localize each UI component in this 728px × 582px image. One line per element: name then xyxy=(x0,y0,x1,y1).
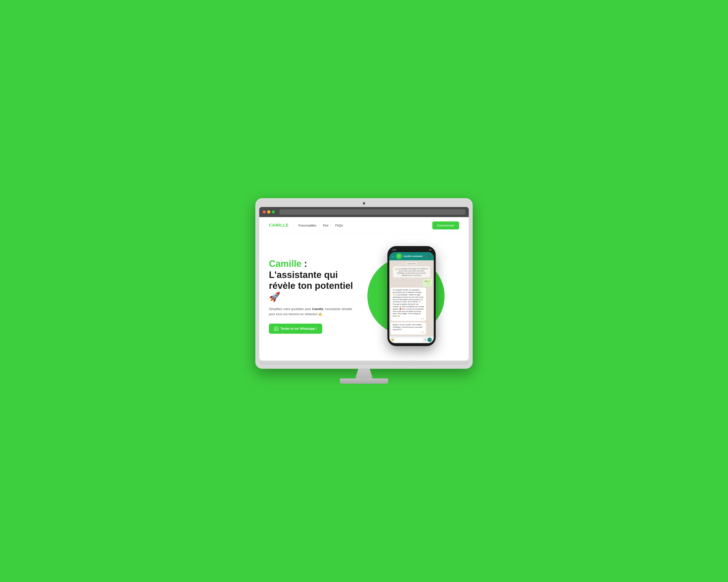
address-bar[interactable] xyxy=(279,209,465,215)
hero-subtitle-prefix: Simplifiez votre quotidien avec xyxy=(269,307,312,311)
bubble-time-2: 12:28 xyxy=(393,318,424,320)
nav-cta-button[interactable]: Commencer xyxy=(432,222,459,229)
hero-title: Camille : L'assistante qui révèle ton po… xyxy=(269,258,359,302)
chat-avatar: C xyxy=(396,253,402,259)
minimize-button[interactable] xyxy=(267,210,270,213)
monitor-stand xyxy=(340,369,388,384)
hero-section: Camille : L'assistante qui révèle ton po… xyxy=(259,234,469,360)
chat-body: Aujourd'hui 🔒 Les messages et les appels… xyxy=(389,260,434,336)
chat-bubble-received-1: Je m'appelle Camille, ton assistante per… xyxy=(391,287,426,321)
phone-mockup: 12:29 4G ← C Camille Assistante xyxy=(387,246,436,346)
sent-message-text-1: Hey 👋 xyxy=(425,280,431,282)
navbar: CAMILLE Foncnnalités Prix FAQs Commencer xyxy=(259,217,469,234)
hero-title-highlight: Camille xyxy=(269,259,302,269)
system-message-text: 🔒 Les messages et les appels sont chiffr… xyxy=(395,268,428,276)
nav-link-faqs[interactable]: FAQs xyxy=(335,224,343,227)
whatsapp-icon xyxy=(274,327,279,331)
chat-contact-name: Camille Assistante xyxy=(404,255,423,257)
hero-subtitle-bold: Camille xyxy=(312,307,323,311)
video-call-icon: 📹 xyxy=(424,255,427,257)
nav-link-features[interactable]: Foncnnalités xyxy=(298,224,316,227)
chat-date-divider: Aujourd'hui xyxy=(406,262,417,265)
attachment-icon: 📎 xyxy=(424,339,426,341)
camera-dot xyxy=(363,202,365,205)
bubble-time-3: 12:29 xyxy=(393,331,424,333)
chat-bubble-received-2: Bonjour! Je suis Camille, votre chatbot … xyxy=(391,322,426,334)
browser-chrome xyxy=(259,207,469,217)
received-message-text-1: Je m'appelle Camille, ton assistante per… xyxy=(393,289,424,317)
received-message-text-2: Bonjour! Je suis Camille, votre chatbot … xyxy=(393,324,422,330)
phone-status-bar: 12:29 4G xyxy=(389,249,434,252)
chat-input-bar: 😊 📎 🎤 xyxy=(389,336,434,343)
whatsapp-cta-label: Tester-le sur Whatsapp ! xyxy=(281,327,317,330)
nav-logo: CAMILLE xyxy=(269,223,289,228)
phone-time: 12:29 xyxy=(392,249,396,251)
chat-input-field[interactable] xyxy=(395,337,423,342)
phone-signal: 4G xyxy=(429,249,431,251)
send-button[interactable]: 🎤 xyxy=(427,337,432,342)
whatsapp-cta-button[interactable]: Tester-le sur Whatsapp ! xyxy=(269,324,322,334)
chat-action-icons: 📹 📞 xyxy=(424,255,431,257)
hero-text: Camille : L'assistante qui révèle ton po… xyxy=(269,258,359,334)
close-button[interactable] xyxy=(263,210,266,213)
chat-bubble-system: 🔒 Les messages et les appels sont chiffr… xyxy=(393,267,431,277)
emoji-icon: 😊 xyxy=(391,339,394,341)
chat-header: ← C Camille Assistante 📹 📞 xyxy=(389,252,434,260)
monitor-bottom-bezel xyxy=(259,361,469,365)
maximize-button[interactable] xyxy=(272,210,275,213)
stand-base xyxy=(340,378,388,384)
nav-links: Foncnnalités Prix FAQs xyxy=(298,224,433,227)
monitor-body: CAMILLE Foncnnalités Prix FAQs Commencer… xyxy=(255,198,473,369)
monitor-wrapper: CAMILLE Foncnnalités Prix FAQs Commencer… xyxy=(255,198,473,384)
hero-subtitle: Simplifiez votre quotidien avec Camille,… xyxy=(269,307,359,317)
back-arrow-icon: ← xyxy=(392,255,395,258)
nav-link-pricing[interactable]: Prix xyxy=(323,224,328,227)
camera-bar xyxy=(259,202,469,205)
hero-visual: 12:29 4G ← C Camille Assistante xyxy=(369,246,459,346)
website-content: CAMILLE Foncnnalités Prix FAQs Commencer… xyxy=(259,217,469,360)
traffic-lights xyxy=(263,210,275,213)
phone-call-icon: 📞 xyxy=(428,255,431,257)
phone-screen: ← C Camille Assistante 📹 📞 xyxy=(389,252,434,343)
stand-neck xyxy=(354,369,374,378)
screen-outer: CAMILLE Foncnnalités Prix FAQs Commencer… xyxy=(259,207,469,360)
chat-bubble-sent-1: Hey 👋 12:28 xyxy=(423,279,432,286)
bubble-time-1: 12:28 xyxy=(425,283,431,285)
